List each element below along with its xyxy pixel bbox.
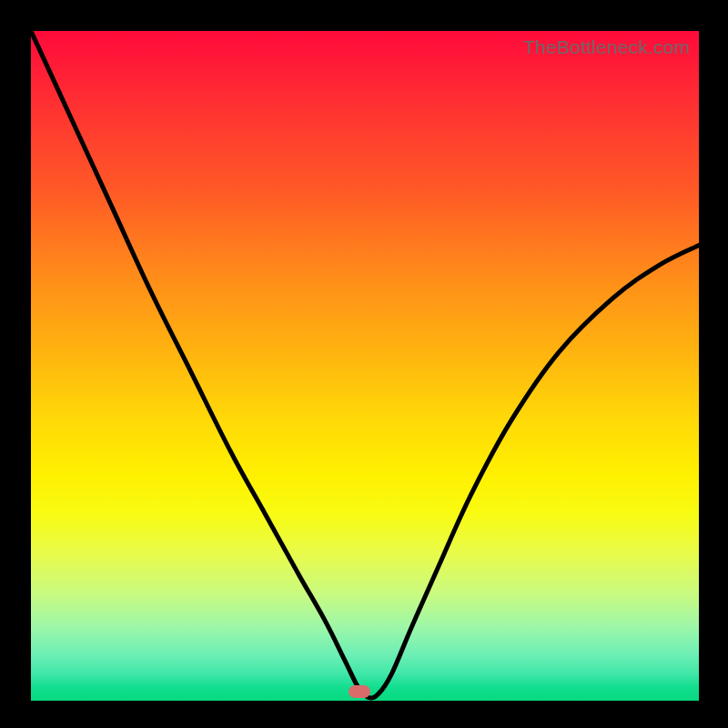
optimal-point-marker <box>349 685 370 698</box>
plot-area: TheBottleneck.com <box>31 31 699 701</box>
curve-path <box>31 31 699 698</box>
chart-frame: TheBottleneck.com <box>0 0 728 728</box>
bottleneck-curve <box>31 31 699 701</box>
